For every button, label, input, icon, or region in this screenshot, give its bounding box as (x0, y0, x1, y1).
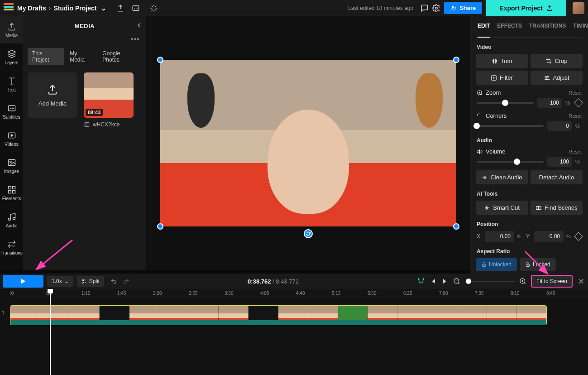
adjust-button[interactable]: Adjust (531, 71, 583, 85)
clip-thumbnail: 08:43 (84, 72, 134, 118)
more-options-icon[interactable]: ••• (131, 35, 140, 47)
svg-rect-18 (539, 206, 541, 209)
captions-icon[interactable] (132, 4, 140, 12)
breadcrumb-root[interactable]: My Drafts (17, 5, 46, 12)
svg-rect-5 (8, 159, 15, 165)
rail-subtitles[interactable]: Subtitles (0, 98, 23, 125)
redo-button[interactable] (122, 278, 129, 285)
export-label: Export Project (499, 5, 543, 12)
pos-y-value[interactable]: 0.00 (534, 231, 564, 242)
timeline-ruler[interactable]: :0:351:101:452:202:553:304:054:405:155:5… (10, 289, 588, 299)
volume-slider[interactable] (477, 161, 544, 163)
tab-google-photos[interactable]: Google Photos (98, 48, 142, 65)
snap-end-icon[interactable] (441, 278, 449, 285)
rotate-handle[interactable] (304, 229, 313, 238)
detach-audio-button[interactable]: Detach Audio (531, 170, 583, 184)
rail-images[interactable]: Images (0, 152, 23, 179)
corners-reset[interactable]: Reset (569, 113, 582, 119)
pos-x-value[interactable]: 0.00 (485, 231, 514, 242)
rail-text[interactable]: Text (0, 71, 23, 98)
canvas-area[interactable] (146, 16, 470, 270)
crop-icon (545, 58, 552, 64)
rail-layers[interactable]: Layers (0, 43, 23, 71)
ruler-tick: 4:40 (296, 291, 305, 296)
adjust-icon (544, 75, 550, 81)
ruler-tick: 2:20 (153, 291, 162, 296)
timeline[interactable]: :0:351:101:452:202:553:304:054:405:155:5… (0, 289, 588, 375)
tab-this-project[interactable]: This Project (28, 48, 64, 65)
zoom-value[interactable]: 100 (537, 98, 562, 108)
volume-reset[interactable]: Reset (569, 149, 582, 154)
fit-to-screen-button[interactable]: Fit to Screen (531, 275, 573, 288)
rail-audio[interactable]: Audio (0, 207, 23, 234)
chevron-down-icon[interactable]: ⌄ (101, 5, 106, 12)
add-media-button[interactable]: Add Media (28, 72, 77, 118)
media-tabs: This Project My Media Google Photos (23, 47, 146, 69)
filter-icon (491, 75, 497, 81)
breadcrumb[interactable]: My Drafts › Studio Project ⌄ (17, 5, 106, 12)
scenes-icon (535, 205, 542, 211)
clean-audio-button[interactable]: Clean Audio (476, 170, 528, 184)
resize-handle-bl[interactable] (157, 223, 163, 230)
tab-edit[interactable]: EDIT (478, 23, 490, 38)
sparkle-icon[interactable] (150, 4, 158, 12)
resize-handle-br[interactable] (453, 223, 459, 230)
person-add-icon (450, 5, 457, 11)
aspect-locked-button[interactable]: Locked (520, 258, 556, 271)
corners-slider[interactable] (477, 125, 544, 127)
tab-my-media[interactable]: My Media (65, 48, 97, 65)
share-label: Share (459, 5, 476, 11)
svg-point-21 (82, 279, 83, 281)
svg-point-22 (82, 282, 83, 284)
aspect-unlocked-button[interactable]: Unlocked (476, 258, 517, 271)
corners-value[interactable]: 0 (547, 121, 572, 131)
export-button[interactable]: Export Project (486, 0, 566, 16)
close-timeline-icon[interactable] (577, 277, 585, 285)
rail-transitions[interactable]: Transitions (0, 234, 23, 261)
trim-icon (492, 58, 498, 64)
collapse-panel-icon[interactable] (135, 22, 143, 29)
play-button[interactable] (3, 275, 43, 288)
breadcrumb-project[interactable]: Studio Project (53, 5, 96, 12)
zoom-in-icon[interactable] (519, 278, 526, 285)
magnet-icon[interactable] (417, 277, 425, 285)
find-scenes-button[interactable]: Find Scenes (531, 201, 583, 215)
snap-start-icon[interactable] (430, 278, 437, 285)
crop-button[interactable]: Crop (531, 54, 583, 68)
undo-button[interactable] (110, 278, 118, 285)
resize-handle-tr[interactable] (453, 57, 459, 63)
resize-handle-tl[interactable] (157, 57, 163, 63)
keyframe-icon[interactable] (574, 98, 583, 107)
split-button[interactable]: Split (77, 276, 104, 287)
keyframe-icon[interactable] (574, 232, 583, 241)
share-button[interactable]: Share (444, 2, 482, 14)
user-avatar[interactable] (573, 2, 584, 14)
rail-media[interactable]: Media (0, 16, 23, 43)
video-frame[interactable] (160, 60, 456, 226)
tab-transitions[interactable]: TRANSITIONS (529, 23, 566, 33)
volume-value[interactable]: 100 (547, 157, 572, 167)
timeline-zoom-slider[interactable] (465, 281, 515, 282)
trim-button[interactable]: Trim (476, 54, 528, 68)
tab-effects[interactable]: EFFECTS (497, 23, 522, 33)
speed-button[interactable]: 1.0x⌄ (47, 276, 73, 287)
ruler-tick: 1:45 (117, 291, 126, 296)
timeline-clip[interactable] (10, 305, 547, 325)
video-preview (160, 60, 456, 226)
current-time: 0:38.762 (248, 278, 271, 285)
smart-cut-button[interactable]: Smart Cut (476, 201, 528, 215)
rail-videos[interactable]: Videos (0, 125, 23, 152)
media-clip[interactable]: 08:43 wHCX2kce (84, 72, 134, 128)
filter-button[interactable]: Filter (476, 71, 528, 85)
app-logo[interactable] (4, 3, 14, 13)
zoom-slider[interactable] (477, 102, 534, 104)
upload-icon[interactable] (116, 4, 124, 12)
rail-elements[interactable]: Elements (0, 179, 23, 207)
playhead[interactable] (50, 289, 51, 375)
gear-icon[interactable] (432, 4, 440, 12)
tab-timing[interactable]: TIMING (573, 23, 588, 33)
zoom-out-icon[interactable] (453, 278, 460, 285)
svg-point-2 (452, 6, 454, 8)
zoom-reset[interactable]: Reset (569, 90, 582, 96)
comment-icon[interactable] (421, 4, 429, 12)
